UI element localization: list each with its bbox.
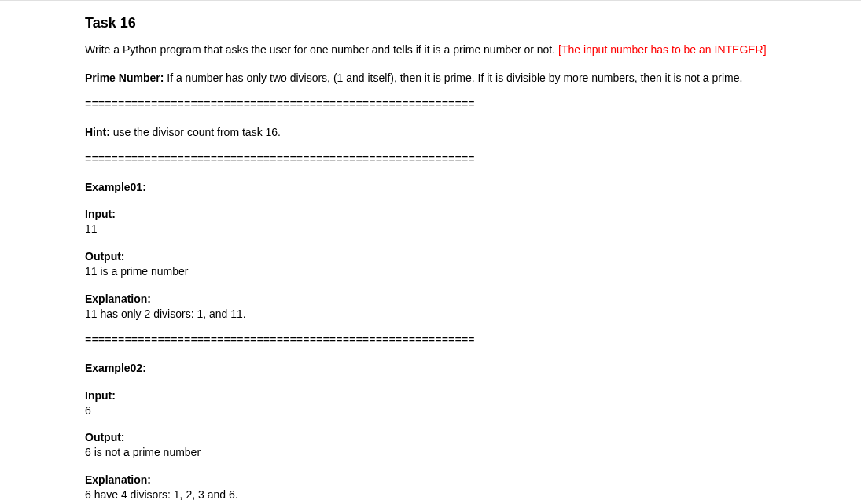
- task-description-text: Write a Python program that asks the use…: [85, 43, 558, 56]
- example1-input-block: Input: 11: [85, 208, 776, 237]
- example1-input-label: Input:: [85, 208, 776, 220]
- example2-output-label: Output:: [85, 431, 776, 443]
- task-description-warning: [The input number has to be an INTEGER]: [558, 43, 767, 56]
- example2-explanation-block: Explanation: 6 have 4 divisors: 1, 2, 3 …: [85, 473, 776, 503]
- example2-input-value: 6: [85, 403, 776, 419]
- example1-label: Example01:: [85, 180, 776, 196]
- example2-output-block: Output: 6 is not a prime number: [85, 431, 776, 461]
- example1-output-label: Output:: [85, 250, 776, 263]
- example2-input-block: Input: 6: [85, 389, 776, 419]
- prime-def-label: Prime Number:: [85, 72, 167, 84]
- example2-output-value: 6 is not a prime number: [85, 445, 776, 461]
- hint: Hint: use the divisor count from task 16…: [85, 125, 776, 141]
- task-title: Task 16: [85, 15, 776, 31]
- example2-explanation-label: Explanation:: [85, 473, 776, 486]
- task-description: Write a Python program that asks the use…: [85, 42, 776, 58]
- prime-definition: Prime Number: If a number has only two d…: [85, 71, 776, 86]
- example1-explanation-value: 11 has only 2 divisors: 1, and 11.: [85, 307, 776, 322]
- example2-label: Example02:: [85, 361, 776, 377]
- example1-output-value: 11 is a prime number: [85, 264, 776, 280]
- divider-3: ========================================…: [85, 334, 776, 347]
- task-content: Task 16 Write a Python program that asks…: [0, 1, 861, 504]
- hint-text: use the divisor count from task 16.: [113, 126, 281, 138]
- example1-explanation-label: Explanation:: [85, 292, 776, 305]
- example2-explanation-value: 6 have 4 divisors: 1, 2, 3 and 6.: [85, 487, 776, 503]
- example2-input-label: Input:: [85, 389, 776, 402]
- example1-explanation-block: Explanation: 11 has only 2 divisors: 1, …: [85, 292, 776, 322]
- divider-1: ========================================…: [85, 98, 776, 111]
- prime-def-text: If a number has only two divisors, (1 an…: [167, 72, 742, 84]
- hint-label: Hint:: [85, 126, 113, 138]
- example1-output-block: Output: 11 is a prime number: [85, 250, 776, 280]
- divider-2: ========================================…: [85, 153, 776, 166]
- example1-input-value: 11: [85, 222, 776, 237]
